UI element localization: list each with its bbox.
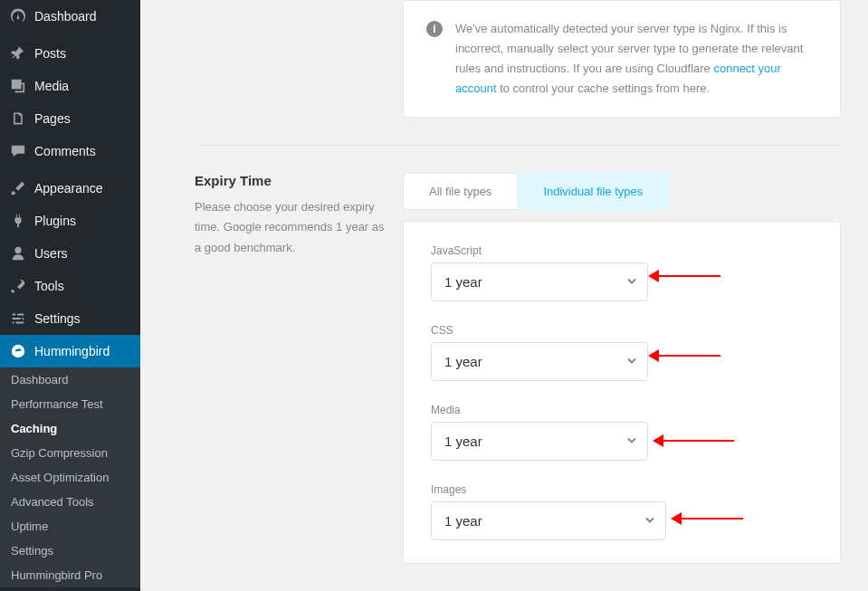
- section-description: Please choose your desired expiry time. …: [195, 197, 385, 257]
- sidebar-label: Hummingbird: [34, 344, 110, 358]
- field-media: Media 1 year: [431, 404, 813, 461]
- annotation-arrow: [653, 355, 720, 357]
- label-css: CSS: [431, 324, 813, 337]
- plug-icon: [9, 212, 27, 230]
- notice-suffix: to control your cache settings from here…: [497, 81, 711, 95]
- main-content: i We've automatically detected your serv…: [140, 0, 868, 591]
- sidebar-item-users[interactable]: Users: [0, 237, 140, 270]
- sidebar-item-dashboard[interactable]: Dashboard: [0, 0, 140, 33]
- sidebar-label: Media: [34, 79, 69, 93]
- sidebar-label: Posts: [34, 46, 66, 61]
- label-images: Images: [431, 483, 813, 496]
- sidebar-item-comments[interactable]: Comments: [0, 135, 140, 167]
- sliders-icon: [9, 310, 27, 328]
- sidebar-label: Users: [34, 246, 68, 261]
- admin-sidebar: Dashboard Posts Media Pages Comments App…: [0, 0, 140, 591]
- sidebar-item-settings[interactable]: Settings: [0, 302, 140, 335]
- pages-icon: [9, 110, 27, 128]
- label-media: Media: [431, 404, 813, 416]
- submenu-uptime[interactable]: Uptime: [0, 514, 140, 539]
- sidebar-item-hummingbird[interactable]: Hummingbird: [0, 335, 140, 367]
- wrench-icon: [9, 277, 27, 295]
- tab-individual-file-types[interactable]: Individual file types: [517, 173, 669, 210]
- sidebar-item-appearance[interactable]: Appearance: [0, 172, 140, 205]
- sidebar-item-posts[interactable]: Posts: [0, 37, 140, 70]
- annotation-arrow: [675, 518, 743, 520]
- label-javascript: JavaScript: [431, 244, 813, 257]
- submenu-gzip[interactable]: Gzip Compression: [0, 441, 140, 465]
- section-title: Expiry Time: [195, 173, 385, 188]
- users-icon: [9, 244, 27, 262]
- sidebar-item-media[interactable]: Media: [0, 70, 140, 102]
- select-css[interactable]: 1 year: [431, 342, 648, 381]
- sidebar-item-tools[interactable]: Tools: [0, 270, 140, 302]
- sidebar-label: Comments: [34, 144, 96, 158]
- field-css: CSS 1 year: [431, 324, 813, 381]
- submenu-advanced[interactable]: Advanced Tools: [0, 490, 140, 514]
- sidebar-label: Dashboard: [34, 9, 97, 24]
- sidebar-label: Pages: [34, 111, 71, 126]
- sidebar-item-pages[interactable]: Pages: [0, 102, 140, 135]
- expiry-panel: JavaScript 1 year CSS 1 year: [403, 221, 841, 564]
- gauge-icon: [9, 7, 27, 25]
- sidebar-label: Tools: [34, 279, 64, 293]
- info-icon: i: [426, 21, 443, 37]
- submenu-pro[interactable]: Hummingbird Pro: [0, 563, 140, 587]
- submenu-asset[interactable]: Asset Optimization: [0, 465, 140, 490]
- field-images: Images 1 year: [431, 483, 813, 540]
- field-javascript: JavaScript 1 year: [431, 244, 813, 301]
- server-detect-notice: i We've automatically detected your serv…: [403, 0, 841, 118]
- select-javascript[interactable]: 1 year: [431, 262, 648, 301]
- submenu-dashboard[interactable]: Dashboard: [0, 367, 140, 392]
- annotation-arrow: [653, 275, 720, 277]
- sidebar-label: Appearance: [34, 181, 103, 195]
- media-icon: [9, 77, 27, 95]
- notice-text: We've automatically detected your server…: [455, 19, 817, 99]
- sidebar-label: Settings: [34, 311, 81, 326]
- select-media[interactable]: 1 year: [431, 422, 648, 461]
- sidebar-item-plugins[interactable]: Plugins: [0, 205, 140, 237]
- select-images[interactable]: 1 year: [431, 501, 666, 540]
- tab-all-file-types[interactable]: All file types: [403, 173, 517, 210]
- section-sidebar: Expiry Time Please choose your desired e…: [195, 173, 403, 564]
- section-body: All file types Individual file types Jav…: [403, 173, 841, 564]
- sidebar-label: Plugins: [34, 214, 76, 228]
- hummingbird-icon: [9, 342, 27, 360]
- pin-icon: [9, 44, 27, 62]
- expiry-section: Expiry Time Please choose your desired e…: [195, 173, 841, 564]
- hummingbird-submenu: Dashboard Performance Test Caching Gzip …: [0, 367, 140, 587]
- submenu-settings[interactable]: Settings: [0, 539, 140, 563]
- filetype-tabs: All file types Individual file types: [403, 173, 841, 210]
- divider: [195, 145, 841, 146]
- brush-icon: [9, 179, 27, 197]
- submenu-caching[interactable]: Caching: [0, 416, 140, 441]
- annotation-arrow: [657, 440, 734, 442]
- submenu-performance[interactable]: Performance Test: [0, 392, 140, 416]
- comments-icon: [9, 142, 27, 160]
